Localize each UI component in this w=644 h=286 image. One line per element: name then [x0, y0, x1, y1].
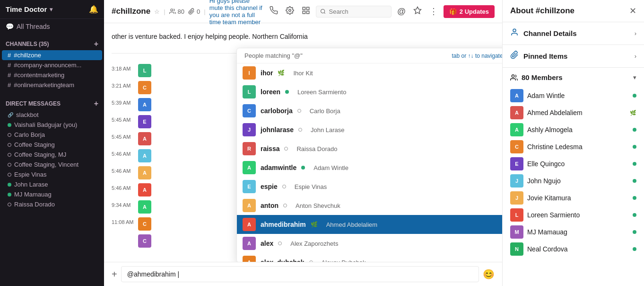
starred-icon-btn[interactable] — [411, 4, 424, 19]
mention-item[interactable]: J johnlarase John Larase — [237, 120, 502, 139]
members-section: 80 Members ▾ A Adam Wintle A Ahmed Abdel… — [503, 68, 644, 263]
updates-button[interactable]: 🎁 2 Updates — [444, 5, 495, 18]
mention-dropdown: People matching "@" tab or ↑↓ to navigat… — [236, 48, 502, 262]
member-online-dot — [633, 213, 636, 217]
online-status-dot — [8, 183, 11, 187]
mention-item[interactable]: A anton Anton Shevchuk — [237, 196, 502, 215]
offline-dot — [283, 204, 287, 207]
bell-icon[interactable]: 🔔 — [89, 5, 98, 14]
member-avatar: N — [510, 242, 523, 256]
dm-item-coffee-staging-vincent[interactable]: Coffee Staging, Vincent — [2, 160, 102, 170]
mention-item[interactable]: I ihor 🌿 Ihor Kit — [237, 63, 502, 82]
offline-status-dot — [8, 153, 11, 157]
sidebar-header: Time Doctor ▾ 🔔 — [0, 0, 104, 19]
call-icon-btn[interactable] — [268, 4, 280, 19]
member-row: A Adam Wintle — [510, 87, 636, 104]
mention-item[interactable]: A alex_dubchak Alexey Dubchak — [237, 253, 502, 262]
online-status-dot — [8, 193, 11, 197]
mention-realname: Alexey Dubchak — [322, 259, 366, 262]
mention-item[interactable]: A adamwintle Adam Wintle — [237, 158, 502, 177]
close-right-panel-button[interactable]: ✕ — [629, 6, 636, 16]
member-name: Adam Wintle — [527, 92, 629, 99]
dm-item-vaishali[interactable]: Vaishali Badgujar (you) — [2, 120, 102, 130]
mention-avatar: R — [243, 142, 256, 155]
more-icon-btn[interactable]: ⋮ — [427, 4, 440, 18]
workspace-name-label: Time Doctor — [6, 5, 47, 13]
offline-status-dot — [8, 143, 11, 147]
add-dm-icon[interactable]: + — [94, 99, 98, 108]
right-panel: About #chillzone ✕ Channel Details › Pin… — [502, 0, 644, 286]
workspace-title[interactable]: Time Doctor ▾ — [6, 5, 52, 13]
dm-section-header: DIRECT MESSAGES + — [0, 94, 104, 110]
mention-username: espie — [261, 183, 278, 190]
mention-avatar: E — [243, 180, 256, 193]
all-threads-item[interactable]: 💬 All Threads — [0, 19, 104, 34]
members-collapse-icon[interactable]: ▾ — [633, 74, 636, 81]
add-channel-icon[interactable]: + — [94, 40, 98, 48]
star-icon[interactable]: ☆ — [154, 8, 160, 15]
message-input[interactable] — [121, 266, 479, 282]
dm-name: slackbot — [16, 111, 39, 118]
members-count-icon — [510, 74, 518, 81]
mention-item[interactable]: L loreen Loreen Sarmiento — [237, 82, 502, 101]
member-online-dot — [633, 162, 636, 166]
member-avatar: J — [510, 174, 523, 188]
mention-username: johnlarase — [261, 126, 294, 134]
dm-item-coffee-staging[interactable]: Coffee Staging — [2, 140, 102, 150]
mention-realname: Alex Zaporozhets — [290, 240, 338, 247]
channel-details-section[interactable]: Channel Details › — [503, 22, 644, 45]
mention-item[interactable]: E espie Espie Vinas — [237, 177, 502, 196]
message-input-area: + 😊 — [104, 262, 502, 286]
attach-file-button[interactable]: + — [112, 269, 117, 280]
dm-item-carlo[interactable]: Carlo Borja — [2, 130, 102, 140]
member-name: Loreen Sarmiento — [527, 211, 629, 219]
offline-dot — [284, 147, 288, 151]
members-icon — [169, 8, 176, 15]
dm-section-label: DIRECT MESSAGES — [6, 100, 61, 107]
slackbot-icon: 🔗 — [8, 112, 13, 117]
avatar: C — [138, 81, 151, 94]
dm-item-john[interactable]: John Larase — [2, 179, 102, 189]
layout-icon-btn[interactable] — [300, 4, 312, 19]
mention-avatar: A — [243, 256, 256, 262]
dm-name: John Larase — [14, 181, 48, 188]
dm-name: Raissa Dorado — [14, 201, 55, 208]
emoji-button[interactable]: 😊 — [483, 268, 495, 280]
channel-item-contentmarketing[interactable]: # #contentmarketing — [2, 70, 102, 80]
avatar: E — [138, 115, 151, 128]
member-avatar: A — [510, 123, 523, 136]
member-row: N Neal Cordova — [510, 241, 636, 258]
mention-items-list: I ihor 🌿 Ihor Kit L loreen Loreen Sarmie… — [237, 63, 502, 262]
members-title: 80 Members — [510, 73, 563, 81]
channel-details-left: Channel Details — [510, 28, 577, 39]
search-box[interactable] — [316, 6, 392, 18]
mention-avatar: A — [243, 199, 256, 212]
pinned-items-caret-icon: › — [635, 53, 636, 60]
dm-item-mj[interactable]: MJ Mamauag — [2, 189, 102, 199]
dm-name: Coffee Staging — [14, 141, 55, 148]
channel-item-company[interactable]: # #company-announcem... — [2, 60, 102, 70]
member-name: Christine Ledesma — [527, 143, 629, 151]
pin-icon — [510, 51, 519, 62]
sidebar: Time Doctor ▾ 🔔 💬 All Threads CHANNELS (… — [0, 0, 104, 286]
pinned-items-section[interactable]: Pinned Items › — [503, 45, 644, 68]
dm-item-coffee-staging-mj[interactable]: Coffee Staging, MJ — [2, 150, 102, 160]
settings-icon-btn[interactable] — [284, 4, 296, 19]
channel-item-onlinemarketing[interactable]: # #onlinemarketingteam — [2, 80, 102, 90]
at-icon-btn[interactable]: @ — [395, 5, 408, 18]
mention-item[interactable]: A alex Alex Zaporozhets — [237, 234, 502, 253]
dm-item-raissa[interactable]: Raissa Dorado — [2, 199, 102, 209]
channel-item-chillzone[interactable]: # #chillzone — [2, 50, 102, 60]
member-row: M MJ Mamauag — [510, 223, 636, 241]
message-time: 5:46 AM — [112, 184, 134, 191]
dm-item-espie[interactable]: Espie Vinas — [2, 170, 102, 179]
message-time: 3:21 AM — [112, 82, 134, 89]
svg-point-1 — [289, 9, 291, 11]
mention-item[interactable]: A ahmedibrahim 🌿 Ahmed Abdelaliem — [237, 215, 502, 234]
mention-item[interactable]: R raissa Raissa Dorado — [237, 139, 502, 158]
mention-item[interactable]: C carloborja Carlo Borja — [237, 101, 502, 120]
right-panel-header: About #chillzone ✕ — [503, 0, 644, 22]
search-input[interactable] — [329, 8, 388, 15]
offline-dot — [278, 241, 282, 245]
dm-item-slackbot[interactable]: 🔗 slackbot — [2, 110, 102, 120]
